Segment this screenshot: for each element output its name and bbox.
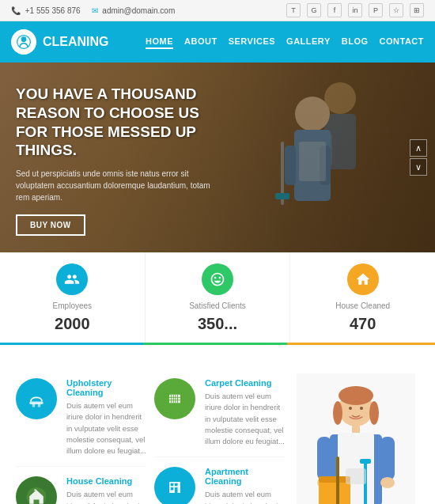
social-grid[interactable]: ⊞ (410, 3, 424, 17)
stat-houses-label: House Cleaned (335, 301, 390, 310)
svg-point-38 (360, 407, 363, 410)
social-twitter[interactable]: T (286, 3, 301, 17)
service-house-title: House Cleaning (66, 476, 146, 486)
logo-text: CLEANING (43, 35, 109, 49)
service-carpet: Carpet Cleaning Duis autem vel eum iriur… (154, 369, 285, 457)
service-upholstery: Upholstery Cleaning Duis autem vel eum i… (16, 369, 146, 467)
service-house-desc: Duis autem vel eum iriure dolor in hendr… (66, 489, 146, 504)
service-carpet-thumb (154, 378, 195, 419)
service-apartment-thumb (154, 467, 195, 504)
service-house: House Cleaning Duis autem vel eum iriure… (16, 467, 146, 504)
service-carpet-desc: Duis autem vel eum iriure dolor in hendr… (205, 391, 285, 447)
svg-rect-49 (319, 480, 350, 505)
phone-number: +1 555 356 876 (25, 6, 81, 15)
stat-houses: House Cleaned 470 (290, 252, 435, 343)
hero-title: YOU HAVE A THOUSAND REASON TO CHOOSE US … (16, 85, 221, 160)
social-star[interactable]: ☆ (389, 3, 403, 17)
phone-icon: 📞 (11, 6, 21, 15)
phone-info: 📞 +1 555 356 876 (11, 6, 81, 15)
carpet-icon (164, 388, 186, 410)
nav-services[interactable]: SERVICES (229, 35, 275, 49)
svg-rect-28 (171, 483, 174, 487)
svg-rect-14 (32, 403, 36, 407)
service-carpet-title: Carpet Cleaning (205, 378, 285, 388)
svg-point-36 (369, 401, 379, 425)
svg-point-34 (339, 386, 373, 405)
logo-svg (16, 34, 32, 50)
nav-contact[interactable]: CONTACT (380, 35, 424, 49)
social-pinterest[interactable]: P (369, 3, 383, 17)
service-apartment-title: Apartment Cleaning (205, 467, 285, 486)
service-house-text: House Cleaning Duis autem vel eum iriure… (66, 476, 146, 504)
hero-arrow-down[interactable]: ∨ (410, 158, 427, 176)
svg-rect-17 (35, 502, 38, 505)
stats-bar: Employees 2000 Satisfied Clients 350... … (0, 252, 435, 345)
apartment-icon (164, 476, 186, 498)
service-apartment-desc: Duis autem vel eum iriure dolor in hendr… (205, 489, 285, 504)
service-apartment: Apartment Cleaning Duis autem vel eum ir… (154, 457, 285, 504)
service-carpet-text: Carpet Cleaning Duis autem vel eum iriur… (205, 378, 285, 447)
svg-rect-46 (380, 437, 395, 480)
svg-rect-43 (344, 433, 350, 437)
stat-employees: Employees 2000 (0, 252, 146, 343)
svg-rect-58 (346, 468, 366, 484)
svg-rect-51 (336, 457, 339, 505)
hero-content: YOU HAVE A THOUSAND REASON TO CHOOSE US … (0, 63, 237, 252)
services-section: Upholstery Cleaning Duis autem vel eum i… (0, 369, 435, 504)
email-address: admin@domain.com (102, 6, 175, 15)
service-upholstery-desc: Duis autem vel eum iriure dolor in hendr… (66, 400, 146, 457)
services-col-2: Carpet Cleaning Duis autem vel eum iriur… (154, 369, 285, 504)
social-links: T G f in P ☆ ⊞ (286, 3, 424, 17)
logo[interactable]: CLEANING (11, 29, 109, 55)
spacer (0, 345, 435, 369)
svg-point-35 (333, 401, 342, 425)
svg-rect-53 (360, 459, 371, 464)
social-facebook[interactable]: f (327, 3, 342, 17)
svg-rect-31 (175, 487, 178, 493)
social-google[interactable]: G (307, 3, 321, 17)
nav-blog[interactable]: BLOG (342, 35, 369, 49)
nav-gallery[interactable]: GALLERY (286, 35, 331, 49)
hero-arrows: ∧ ∨ (410, 139, 427, 176)
house-icon (25, 486, 47, 504)
header: CLEANING HOME ABOUT SERVICES GALLERY BLO… (0, 21, 435, 63)
service-upholstery-title: Upholstery Cleaning (66, 378, 146, 397)
svg-rect-13 (29, 402, 44, 405)
service-house-thumb (16, 476, 57, 504)
hero-arrow-up[interactable]: ∧ (410, 139, 427, 157)
stat-clients-label: Satisfied Clients (189, 301, 246, 310)
services-person-svg (297, 373, 415, 505)
nav-home[interactable]: HOME (146, 35, 173, 49)
stat-clients-number: 350... (198, 315, 237, 333)
services-person-image (293, 369, 419, 504)
svg-rect-30 (171, 487, 174, 491)
top-bar-contact: 📞 +1 555 356 876 ✉ admin@domain.com (11, 6, 175, 15)
svg-point-12 (27, 389, 47, 409)
stat-houses-number: 470 (350, 315, 376, 333)
svg-point-37 (349, 407, 352, 410)
service-upholstery-thumb (16, 378, 57, 419)
social-linkedin[interactable]: in (348, 3, 362, 17)
svg-rect-44 (361, 433, 368, 437)
stat-houses-icon (347, 263, 379, 295)
logo-icon (11, 29, 36, 55)
stat-employees-icon (56, 263, 88, 295)
stat-clients: Satisfied Clients 350... (146, 252, 291, 343)
services-col-1: Upholstery Cleaning Duis autem vel eum i… (16, 369, 146, 504)
svg-point-0 (21, 36, 27, 42)
email-icon: ✉ (92, 6, 98, 15)
nav-about[interactable]: ABOUT (184, 35, 218, 49)
svg-rect-45 (317, 437, 331, 480)
main-nav: HOME ABOUT SERVICES GALLERY BLOG CONTACT (146, 35, 424, 49)
svg-rect-29 (175, 483, 178, 487)
services-columns: Upholstery Cleaning Duis autem vel eum i… (16, 369, 285, 504)
svg-rect-19 (169, 395, 180, 404)
top-bar: 📞 +1 555 356 876 ✉ admin@domain.com T G … (0, 0, 435, 21)
svg-point-48 (380, 477, 395, 488)
service-upholstery-text: Upholstery Cleaning Duis autem vel eum i… (66, 378, 146, 457)
stat-employees-label: Employees (53, 301, 92, 310)
upholstery-icon (25, 388, 47, 410)
hero-subtitle: Sed ut perspiciatis unde omnis iste natu… (16, 168, 221, 203)
hero-cta-button[interactable]: BUY NOW (16, 214, 85, 236)
stat-employees-number: 2000 (55, 315, 90, 333)
